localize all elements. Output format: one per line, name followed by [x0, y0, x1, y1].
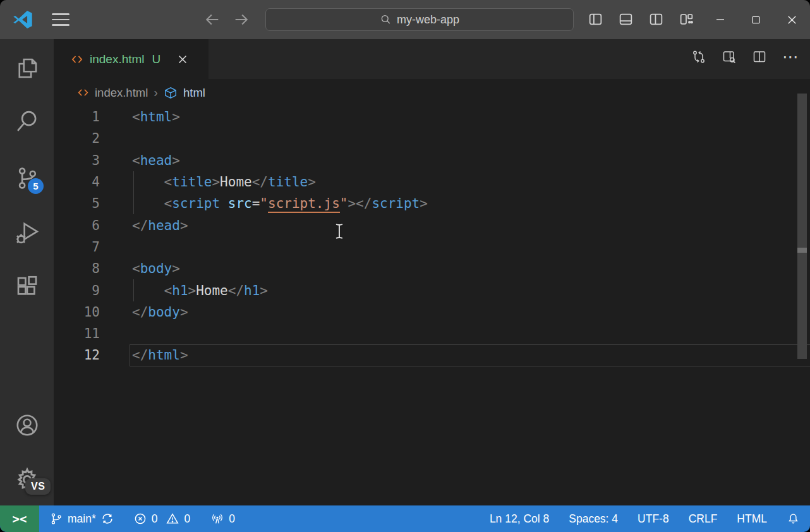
notifications-bell-icon[interactable]	[787, 512, 800, 526]
errors-count: 0	[152, 512, 158, 526]
code-line[interactable]: 7	[54, 236, 810, 258]
tab-modified-marker: U	[152, 52, 161, 66]
line-number[interactable]: 2	[54, 131, 100, 146]
radio-tower-icon	[210, 512, 224, 526]
indent-guide	[133, 279, 134, 301]
remote-indicator[interactable]: ><	[0, 505, 39, 532]
ports-count: 0	[229, 512, 235, 526]
cursor-position[interactable]: Ln 12, Col 8	[490, 512, 549, 526]
code-line[interactable]: 11	[54, 323, 810, 344]
open-changes-icon[interactable]	[691, 49, 706, 64]
maximize-button[interactable]	[738, 0, 774, 39]
code-text: <script src="script.js"></script>	[132, 196, 428, 211]
html-file-icon	[71, 53, 83, 66]
command-center-search[interactable]: my-web-app	[265, 8, 574, 31]
code-line[interactable]: 3<head>	[54, 150, 810, 171]
breadcrumb: index.html › html	[54, 79, 810, 106]
code-line[interactable]: 5 <script src="script.js"></script>	[54, 193, 810, 214]
text-cursor-pointer	[333, 222, 346, 240]
line-number[interactable]: 7	[54, 239, 100, 255]
tab-file-name: index.html	[90, 52, 145, 66]
line-number[interactable]: 1	[54, 109, 100, 124]
account-icon[interactable]	[0, 410, 54, 440]
remote-icon: ><	[13, 512, 27, 526]
line-number[interactable]: 4	[54, 174, 100, 190]
line-number[interactable]: 8	[54, 261, 100, 276]
line-number[interactable]: 11	[54, 326, 100, 341]
line-number[interactable]: 3	[54, 153, 100, 168]
tab-close-icon[interactable]	[176, 52, 190, 66]
breadcrumb-file[interactable]: index.html	[95, 86, 148, 100]
tab-index-html[interactable]: index.html U	[54, 39, 209, 79]
vs-cursor-badge: VS	[25, 478, 51, 495]
editor-scrollbar[interactable]	[797, 94, 807, 359]
vscode-window: my-web-app	[0, 0, 810, 532]
encoding[interactable]: UTF-8	[638, 512, 669, 526]
branch-name: main*	[68, 512, 96, 526]
open-preview-icon[interactable]	[722, 49, 737, 64]
status-bar: >< main* 0 0	[0, 505, 810, 532]
ports-status[interactable]: 0	[210, 512, 235, 526]
toggle-secondary-sidebar-icon[interactable]	[648, 11, 664, 27]
navigate-back-icon[interactable]	[203, 11, 221, 28]
code-line[interactable]: 6</head>	[54, 214, 810, 236]
menu-icon[interactable]	[52, 13, 70, 26]
indentation[interactable]: Spaces: 4	[569, 512, 618, 526]
minimize-button[interactable]	[702, 0, 738, 39]
indent-guide	[133, 193, 134, 214]
problems-status[interactable]: 0 0	[133, 512, 190, 526]
close-button[interactable]	[774, 0, 810, 39]
search-view-icon[interactable]	[0, 106, 54, 136]
extensions-icon[interactable]	[0, 272, 54, 302]
html-file-icon	[77, 87, 89, 99]
code-text: <head>	[132, 153, 180, 168]
search-text: my-web-app	[397, 13, 459, 27]
line-number[interactable]: 12	[54, 348, 100, 363]
code-text: <body>	[132, 261, 180, 276]
breadcrumb-symbol[interactable]: html	[183, 86, 205, 100]
code-line[interactable]: 1<html>	[54, 106, 810, 128]
warnings-icon	[166, 512, 179, 526]
code-editor[interactable]: 1<html>23<head>4 <title>Home</title>5 <s…	[54, 106, 810, 505]
language-mode[interactable]: HTML	[737, 512, 767, 526]
editor-actions: ⋯	[691, 49, 799, 64]
explorer-icon[interactable]	[0, 53, 54, 83]
customize-layout-icon[interactable]	[679, 11, 694, 27]
warnings-count: 0	[184, 512, 190, 526]
code-line[interactable]: 2	[54, 128, 810, 149]
source-control-icon[interactable]: 5	[0, 163, 54, 193]
activity-bar: 5 VS	[0, 39, 54, 505]
vscode-logo-icon	[13, 9, 33, 30]
toggle-panel-icon[interactable]	[618, 11, 634, 27]
title-bar: my-web-app	[0, 0, 810, 39]
symbol-cube-icon	[164, 86, 178, 100]
code-text: </html>	[132, 348, 188, 363]
line-number[interactable]: 10	[54, 305, 100, 320]
indent-guide	[133, 171, 134, 193]
line-number[interactable]: 6	[54, 218, 100, 233]
branch-status[interactable]: main*	[49, 512, 114, 526]
toggle-sidebar-icon[interactable]	[588, 11, 603, 27]
line-number[interactable]: 9	[54, 283, 100, 298]
run-debug-icon[interactable]	[0, 218, 54, 248]
scrollbar-decoration	[797, 248, 807, 253]
navigate-forward-icon[interactable]	[233, 11, 250, 28]
code-text: </head>	[132, 218, 188, 233]
split-editor-icon[interactable]	[752, 49, 767, 64]
search-icon	[380, 14, 391, 25]
eol-sequence[interactable]: CRLF	[689, 512, 718, 526]
source-control-badge: 5	[28, 178, 44, 194]
more-actions-icon[interactable]: ⋯	[782, 49, 799, 64]
chevron-right-icon: ›	[154, 85, 158, 100]
code-text: <html>	[132, 109, 180, 124]
code-line[interactable]: 8<body>	[54, 258, 810, 279]
editor-lines: 1<html>23<head>4 <title>Home</title>5 <s…	[54, 106, 810, 366]
code-line[interactable]: 12</html>	[54, 344, 810, 366]
line-number[interactable]: 5	[54, 196, 100, 211]
code-line[interactable]: 10</body>	[54, 301, 810, 323]
code-text: </body>	[132, 305, 188, 320]
code-line[interactable]: 9 <h1>Home</h1>	[54, 279, 810, 301]
git-branch-icon	[49, 512, 63, 526]
current-line-highlight	[130, 344, 810, 366]
code-line[interactable]: 4 <title>Home</title>	[54, 171, 810, 193]
